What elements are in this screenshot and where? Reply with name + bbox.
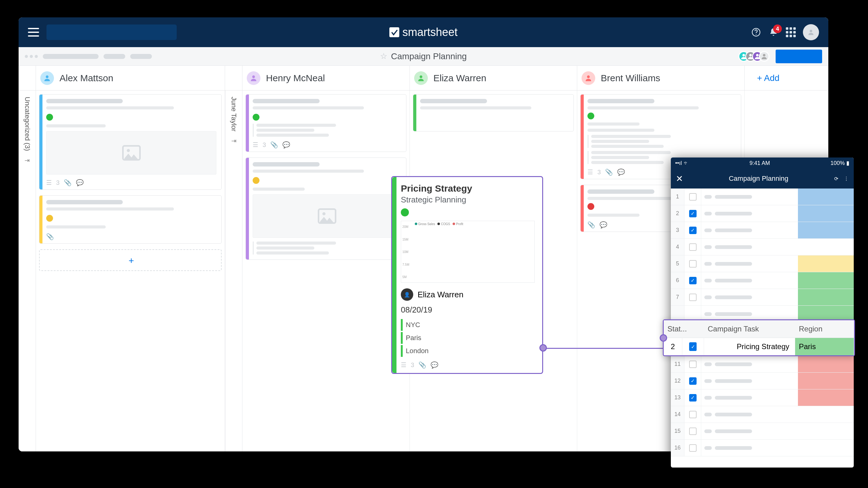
connector-dot	[539, 344, 547, 352]
card[interactable]: ☰3📎💬	[246, 94, 406, 152]
connector-dot	[660, 334, 667, 342]
collaborators[interactable]	[742, 51, 769, 62]
lane-header-2[interactable]: Eliza Warren	[410, 66, 577, 90]
row-number: 2	[664, 338, 682, 355]
row-popout: Stat... Campaign Task Region 2 ✓ Pricing…	[663, 319, 855, 356]
more-icon[interactable]: ⋮	[844, 176, 849, 182]
attachment-icon: 📎	[64, 179, 72, 186]
signal-icon: ••ıl ᯤ	[675, 160, 689, 166]
brand-name: smartsheet	[402, 26, 458, 39]
svg-point-14	[322, 212, 326, 215]
list-icon: ☰	[46, 179, 52, 186]
mobile-header: ✕ Campaign Planning ⟳⋮	[671, 169, 854, 188]
card[interactable]	[413, 94, 574, 131]
svg-point-10	[587, 75, 590, 78]
card[interactable]	[246, 157, 406, 260]
column-1: ☰3📎💬	[242, 91, 410, 451]
card-date: 08/20/19	[401, 305, 535, 315]
star-icon[interactable]: ☆	[380, 52, 387, 61]
mobile-view: ••ıl ᯤ 9:41 AM 100% ▮ ✕ Campaign Plannin…	[671, 157, 854, 467]
card[interactable]: 📎	[39, 195, 222, 244]
col-header-status: Stat...	[664, 320, 704, 338]
lane-header-0[interactable]: Alex Mattson	[36, 66, 225, 90]
mobile-title: Campaign Planning	[729, 175, 788, 183]
card-tags: NYCParisLondon	[401, 319, 535, 357]
svg-point-1	[756, 34, 757, 35]
svg-point-9	[420, 75, 423, 78]
card-title: Pricing Strategy	[401, 183, 535, 194]
share-button[interactable]	[776, 50, 822, 63]
card[interactable]: ☰3📎💬	[39, 94, 222, 190]
svg-point-8	[252, 75, 255, 78]
row-task: Pricing Strategy	[704, 338, 795, 355]
svg-point-4	[749, 54, 752, 56]
image-placeholder-icon	[46, 131, 216, 175]
rail-june[interactable]: June Taylor ⇥	[225, 91, 242, 451]
notifications-icon[interactable]: 4	[768, 27, 779, 37]
chart-legend: Gross SalesCOGSProfit	[415, 222, 466, 226]
app-header: smartsheet 4	[19, 18, 828, 47]
refresh-icon[interactable]: ⟳	[834, 176, 838, 182]
brand-logo: smartsheet	[390, 26, 458, 39]
lane-headers: Alex Mattson Henry McNeal Eliza Warren B…	[19, 66, 828, 91]
apps-icon[interactable]	[785, 27, 796, 37]
svg-point-3	[742, 54, 745, 56]
row-checkbox[interactable]: ✓	[682, 338, 704, 355]
collapse-icon[interactable]: ⇥	[231, 137, 237, 145]
card-detail-pricing-strategy[interactable]: Pricing Strategy Strategic Planning Gros…	[391, 176, 543, 374]
close-icon[interactable]: ✕	[676, 174, 683, 184]
collapse-icon[interactable]: ⇥	[25, 157, 30, 164]
card-category: Strategic Planning	[401, 195, 535, 205]
sub-header: ☆ Campaign Planning	[19, 47, 828, 66]
column-0: ☰3📎💬 📎 +	[36, 91, 225, 451]
attachment-icon: 📎	[418, 361, 426, 369]
svg-point-6	[763, 54, 765, 56]
card-assignee: 👤 Eliza Warren	[401, 288, 535, 301]
page-title: ☆ Campaign Planning	[380, 52, 467, 61]
search-input[interactable]	[46, 25, 177, 40]
breadcrumb	[25, 54, 152, 59]
svg-point-5	[756, 54, 758, 56]
row-region: Paris	[795, 338, 854, 355]
notification-badge: 4	[773, 25, 782, 33]
lane-header-3[interactable]: Brent Williams	[577, 66, 745, 90]
comment-icon: 💬	[76, 179, 84, 186]
rail-uncategorized[interactable]: Uncategorized (3) ⇥	[19, 91, 36, 451]
logo-icon	[390, 27, 399, 37]
comment-icon: 💬	[431, 361, 438, 369]
add-lane-button[interactable]: + Add	[745, 66, 792, 90]
add-card-button[interactable]: +	[39, 249, 222, 271]
svg-point-2	[810, 30, 812, 32]
menu-icon[interactable]	[28, 28, 39, 37]
svg-point-7	[46, 75, 49, 78]
chart: Gross SalesCOGSProfit 20M15M10M7.5M5M	[401, 221, 535, 283]
lane-header-1[interactable]: Henry McNeal	[242, 66, 410, 90]
col-header-region: Region	[795, 320, 854, 338]
col-header-task: Campaign Task	[704, 320, 795, 338]
mobile-status-bar: ••ıl ᯤ 9:41 AM 100% ▮	[671, 157, 854, 169]
attachment-icon: 📎	[46, 233, 54, 240]
user-avatar[interactable]	[803, 24, 819, 40]
status-dot	[401, 208, 409, 216]
avatar-icon: 👤	[401, 288, 413, 301]
svg-point-12	[127, 149, 130, 152]
help-icon[interactable]	[751, 27, 762, 37]
list-icon: ☰	[401, 361, 406, 369]
